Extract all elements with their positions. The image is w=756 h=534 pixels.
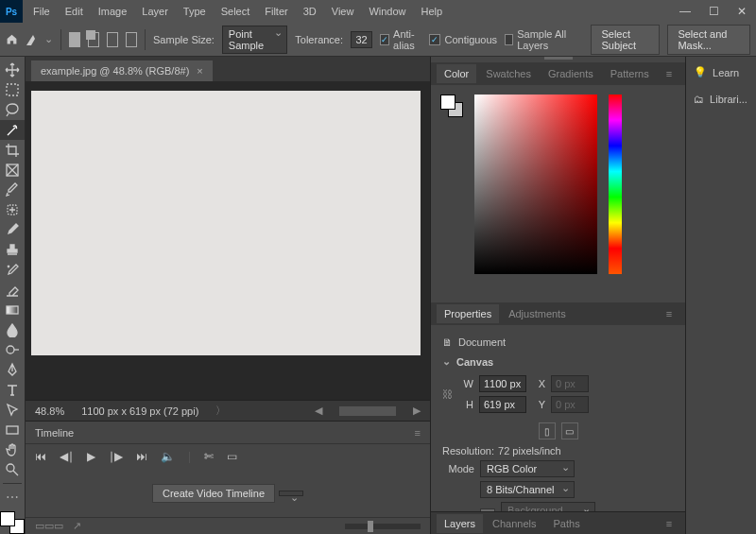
close-button[interactable]: ✕ <box>728 0 756 23</box>
path-select-tool[interactable] <box>0 401 25 420</box>
play-icon[interactable]: ▶ <box>87 450 95 463</box>
subtract-selection-icon[interactable] <box>107 32 118 47</box>
render-icon[interactable]: ↗ <box>73 520 81 532</box>
healing-tool[interactable] <box>0 200 25 219</box>
canvas[interactable] <box>31 91 421 355</box>
maximize-button[interactable]: ☐ <box>699 0 728 23</box>
tab-swatches[interactable]: Swatches <box>478 64 539 83</box>
tab-adjustments[interactable]: Adjustments <box>501 304 574 323</box>
mute-icon[interactable]: 🔈 <box>161 450 175 463</box>
eyedropper-tool[interactable] <box>0 181 25 199</box>
marquee-tool[interactable] <box>0 80 25 99</box>
hand-tool[interactable] <box>0 440 25 459</box>
brush-tool[interactable] <box>0 220 25 239</box>
crop-tool[interactable] <box>0 141 25 160</box>
mode-select[interactable]: RGB Color <box>480 460 575 477</box>
create-video-timeline-button[interactable]: Create Video Timeline <box>152 484 275 503</box>
sample-size-select[interactable]: Point Sample <box>222 26 287 54</box>
type-tool[interactable] <box>0 381 25 400</box>
select-and-mask-button[interactable]: Select and Mask... <box>667 25 750 55</box>
panel-menu-icon[interactable]: ≡ <box>415 427 421 439</box>
menu-3d[interactable]: 3D <box>297 3 323 20</box>
canvas-section-header[interactable]: Canvas <box>442 355 674 368</box>
tab-gradients[interactable]: Gradients <box>541 64 601 83</box>
menu-filter[interactable]: Filter <box>258 3 294 20</box>
landscape-icon[interactable]: ▭ <box>561 422 578 439</box>
tab-layers[interactable]: Layers <box>437 514 483 533</box>
close-tab-icon[interactable]: × <box>197 65 202 77</box>
h-scrollbar[interactable] <box>339 406 396 416</box>
eraser-tool[interactable] <box>0 281 25 300</box>
scroll-left-icon[interactable]: ◀ <box>315 405 322 417</box>
go-last-icon[interactable]: ⏭ <box>136 450 147 463</box>
intersect-selection-icon[interactable] <box>126 32 137 47</box>
depth-select[interactable]: 8 Bits/Channel <box>480 481 575 498</box>
magic-wand-tool[interactable] <box>0 120 25 139</box>
antialias-checkbox[interactable]: ✓Anti-alias <box>380 28 421 51</box>
panel-menu-icon[interactable]: ≡ <box>659 304 679 323</box>
add-selection-icon[interactable] <box>88 32 99 47</box>
canvas-viewport[interactable] <box>26 81 430 400</box>
prev-frame-icon[interactable]: ◀∣ <box>60 450 74 463</box>
cut-icon[interactable]: ✄ <box>204 450 214 463</box>
lasso-tool[interactable] <box>0 100 25 119</box>
stamp-tool[interactable] <box>0 240 25 259</box>
status-arrow-icon[interactable]: 〉 <box>215 404 226 418</box>
home-icon[interactable] <box>6 31 18 48</box>
menu-window[interactable]: Window <box>362 3 412 20</box>
color-swatches[interactable] <box>0 511 25 534</box>
zoom-tool[interactable] <box>0 460 25 479</box>
menu-edit[interactable]: Edit <box>59 3 90 20</box>
select-subject-button[interactable]: Select Subject <box>591 25 660 55</box>
zoom-level[interactable]: 48.8% <box>35 405 64 417</box>
learn-panel-button[interactable]: 💡 Learn <box>692 62 750 82</box>
document-tab[interactable]: example.jpg @ 48.8% (RGB/8#) × <box>31 60 213 81</box>
tab-color[interactable]: Color <box>437 64 476 83</box>
go-first-icon[interactable]: ⏮ <box>35 450 46 463</box>
transition-icon[interactable]: ▭ <box>227 450 237 463</box>
tab-patterns[interactable]: Patterns <box>603 64 657 83</box>
portrait-icon[interactable]: ▯ <box>539 422 556 439</box>
menu-image[interactable]: Image <box>92 3 134 20</box>
menu-select[interactable]: Select <box>215 3 257 20</box>
move-tool[interactable] <box>0 60 25 79</box>
fill-select[interactable]: Background Color <box>501 502 595 511</box>
timeline-type-select[interactable] <box>279 491 303 496</box>
menu-type[interactable]: Type <box>177 3 213 20</box>
menu-view[interactable]: View <box>325 3 361 20</box>
panel-menu-icon[interactable]: ≡ <box>659 64 679 83</box>
rectangle-tool[interactable] <box>0 421 25 439</box>
tolerance-input[interactable]: 32 <box>351 31 372 48</box>
next-frame-icon[interactable]: ∣▶ <box>109 450 123 463</box>
contiguous-checkbox[interactable]: ✓Contiguous <box>429 34 497 45</box>
blur-tool[interactable] <box>0 320 25 339</box>
edit-toolbar[interactable]: ⋯ <box>0 488 25 507</box>
history-brush-tool[interactable] <box>0 261 25 280</box>
foreground-swatch[interactable] <box>0 511 15 526</box>
tab-channels[interactable]: Channels <box>485 514 543 533</box>
pen-tool[interactable] <box>0 360 25 379</box>
hue-slider[interactable] <box>609 95 622 274</box>
color-field[interactable] <box>474 95 597 274</box>
timeline-zoom-slider[interactable] <box>345 524 421 529</box>
frames-icon[interactable]: ▭▭▭ <box>35 520 63 532</box>
sample-all-checkbox[interactable]: Sample All Layers <box>505 28 576 51</box>
link-icon[interactable]: ⛓ <box>442 388 453 400</box>
gradient-tool[interactable] <box>0 301 25 319</box>
scroll-right-icon[interactable]: ▶ <box>413 405 421 417</box>
color-swatch-pair[interactable] <box>440 95 467 293</box>
tab-paths[interactable]: Paths <box>546 514 588 533</box>
tool-preset-icon[interactable]: ⌄ <box>26 33 53 46</box>
frame-tool[interactable] <box>0 161 25 180</box>
menu-help[interactable]: Help <box>415 3 450 20</box>
panel-menu-icon[interactable]: ≡ <box>659 514 679 533</box>
menu-layer[interactable]: Layer <box>135 3 175 20</box>
libraries-panel-button[interactable]: 🗂 Librari... <box>692 90 750 109</box>
new-selection-icon[interactable] <box>69 32 80 47</box>
foreground-color[interactable] <box>440 95 455 110</box>
menu-file[interactable]: File <box>26 3 57 20</box>
minimize-button[interactable]: — <box>671 0 699 23</box>
tab-properties[interactable]: Properties <box>437 304 499 323</box>
dodge-tool[interactable] <box>0 340 25 359</box>
width-input[interactable] <box>479 375 526 392</box>
